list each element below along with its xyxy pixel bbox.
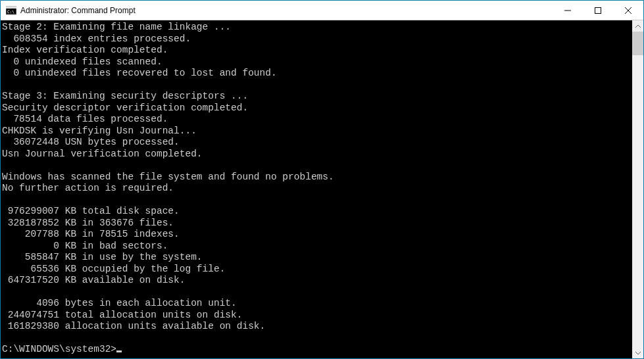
scroll-down-button[interactable] <box>632 347 643 358</box>
maximize-button[interactable] <box>583 1 613 20</box>
output-line: 65536 KB occupied by the log file. <box>2 264 225 274</box>
svg-text:C:\: C:\ <box>7 9 14 14</box>
svg-rect-4 <box>595 7 601 13</box>
output-line: Usn Journal verification completed. <box>2 149 203 159</box>
prompt: C:\WINDOWS\system32> <box>2 344 116 354</box>
titlebar[interactable]: C:\ Administrator: Command Prompt <box>1 1 643 20</box>
output-line: 585847 KB in use by the system. <box>2 252 203 262</box>
terminal-area: Stage 2: Examining file name linkage ...… <box>1 20 643 358</box>
minimize-button[interactable] <box>553 1 583 20</box>
output-line: 36072448 USN bytes processed. <box>2 137 180 147</box>
terminal-output[interactable]: Stage 2: Examining file name linkage ...… <box>1 20 632 358</box>
output-line: CHKDSK is verifying Usn Journal... <box>2 126 197 136</box>
output-line: 207788 KB in 78515 indexes. <box>2 229 180 239</box>
output-line: 78514 data files processed. <box>2 114 168 124</box>
output-line: No further action is required. <box>2 183 174 193</box>
output-line: 608354 index entries processed. <box>2 34 191 44</box>
close-button[interactable] <box>613 1 643 20</box>
output-line: Security descriptor verification complet… <box>2 103 248 113</box>
command-prompt-window: C:\ Administrator: Command Prompt Stage … <box>0 0 644 359</box>
output-line: Stage 2: Examining file name linkage ... <box>2 22 231 32</box>
output-line: Stage 3: Examining security descriptors … <box>2 91 248 101</box>
window-controls <box>553 1 643 20</box>
svg-rect-1 <box>6 7 16 9</box>
output-line: 4096 bytes in each allocation unit. <box>2 298 237 308</box>
output-line: 976299007 KB total disk space. <box>2 206 180 216</box>
output-line: 647317520 KB available on disk. <box>2 275 185 285</box>
vertical-scrollbar[interactable] <box>632 20 643 358</box>
output-line: 0 unindexed files scanned. <box>2 57 162 67</box>
output-line: 244074751 total allocation units on disk… <box>2 310 242 320</box>
output-line: Windows has scanned the file system and … <box>2 172 334 182</box>
cmd-icon: C:\ <box>6 5 16 16</box>
output-line: 328187852 KB in 363676 files. <box>2 218 174 228</box>
window-title: Administrator: Command Prompt <box>20 6 553 15</box>
output-line: 0 unindexed files recovered to lost and … <box>2 68 277 78</box>
scroll-up-button[interactable] <box>632 20 643 32</box>
output-line: 161829380 allocation units available on … <box>2 321 265 331</box>
output-line: 0 KB in bad sectors. <box>2 241 168 251</box>
scroll-thumb[interactable] <box>632 32 643 55</box>
cursor <box>116 350 122 352</box>
output-line: Index verification completed. <box>2 45 168 55</box>
